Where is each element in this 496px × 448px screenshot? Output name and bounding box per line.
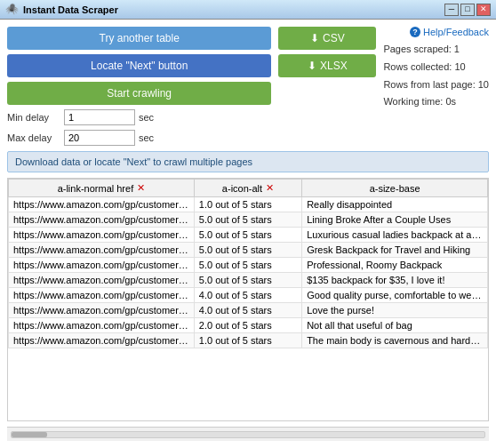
xlsx-label: XLSX: [320, 60, 348, 72]
table-row: https://www.amazon.com/gp/customer-revie…: [9, 212, 488, 228]
table-cell: 5.0 out of 5 stars: [194, 212, 301, 228]
download-csv-icon: ⬇: [310, 32, 319, 44]
table-cell: The main body is cavernous and hard to s…: [302, 333, 488, 348]
maximize-button[interactable]: □: [460, 4, 475, 16]
title-bar: 🕷️ Instant Data Scraper ─ □ ✕: [0, 0, 496, 20]
table-cell: Really disappointed: [302, 197, 488, 212]
col-size-label: a-size-base: [370, 183, 420, 194]
table-cell: https://www.amazon.com/gp/customer-revie…: [9, 258, 195, 273]
table-row: https://www.amazon.com/gp/customer-revie…: [9, 318, 488, 333]
table-cell: 1.0 out of 5 stars: [194, 197, 301, 212]
help-icon: ?: [410, 27, 420, 37]
table-cell: https://www.amazon.com/gp/customer-revie…: [9, 303, 195, 318]
table-cell: https://www.amazon.com/gp/customer-revie…: [9, 228, 195, 243]
table-body: https://www.amazon.com/gp/customer-revie…: [9, 197, 488, 348]
max-delay-input[interactable]: [64, 130, 135, 146]
table-row: https://www.amazon.com/gp/customer-revie…: [9, 288, 488, 303]
csv-label: CSV: [323, 32, 345, 44]
col-href-label: a-link-normal href: [58, 183, 134, 194]
data-table-container[interactable]: a-link-normal href ✕ a-icon-alt ✕ a-size…: [7, 178, 489, 421]
data-table: a-link-normal href ✕ a-icon-alt ✕ a-size…: [8, 179, 488, 348]
help-text: Help/Feedback: [423, 27, 489, 37]
table-row: https://www.amazon.com/gp/customer-revie…: [9, 243, 488, 258]
right-panel: ? Help/Feedback Pages scraped: 1 Rows co…: [383, 27, 489, 111]
table-cell: 5.0 out of 5 stars: [194, 273, 301, 288]
max-delay-label: Max delay: [7, 132, 60, 143]
table-cell: 2.0 out of 5 stars: [194, 318, 301, 333]
help-link[interactable]: ? Help/Feedback: [410, 27, 489, 37]
scrollbar-thumb[interactable]: [12, 432, 47, 437]
table-cell: Love the purse!: [302, 303, 488, 318]
info-bar: Download data or locate "Next" to crawl …: [7, 151, 489, 172]
center-controls: ⬇ CSV ⬇ XLSX: [278, 27, 376, 77]
table-cell: 4.0 out of 5 stars: [194, 303, 301, 318]
locate-next-button[interactable]: Locate "Next" button: [7, 54, 271, 77]
col-alt-remove[interactable]: ✕: [266, 182, 274, 194]
table-cell: Luxurious casual ladies backpack at a st…: [302, 228, 488, 243]
table-row: https://www.amazon.com/gp/customer-revie…: [9, 303, 488, 318]
col-header-size: a-size-base: [302, 180, 488, 197]
min-delay-row: Min delay sec: [7, 109, 271, 125]
main-content: Try another table Locate "Next" button S…: [0, 20, 496, 448]
table-cell: Gresk Backpack for Travel and Hiking: [302, 243, 488, 258]
rows-collected: Rows collected: 10: [383, 59, 489, 76]
stats-panel: Pages scraped: 1 Rows collected: 10 Rows…: [383, 41, 489, 111]
table-row: https://www.amazon.com/gp/customer-revie…: [9, 273, 488, 288]
table-row: https://www.amazon.com/gp/customer-revie…: [9, 228, 488, 243]
xlsx-button[interactable]: ⬇ XLSX: [278, 54, 376, 77]
table-row: https://www.amazon.com/gp/customer-revie…: [9, 197, 488, 212]
pages-scraped: Pages scraped: 1: [383, 41, 489, 59]
col-header-href: a-link-normal href ✕: [9, 180, 195, 197]
table-cell: Professional, Roomy Backpack: [302, 258, 488, 273]
start-crawling-button[interactable]: Start crawling: [7, 82, 271, 105]
col-alt-label: a-icon-alt: [222, 183, 262, 194]
horizontal-scrollbar[interactable]: [7, 427, 489, 441]
table-row: https://www.amazon.com/gp/customer-revie…: [9, 258, 488, 273]
table-cell: 1.0 out of 5 stars: [194, 333, 301, 348]
app-icon: 🕷️: [5, 3, 20, 17]
table-cell: https://www.amazon.com/gp/customer-revie…: [9, 288, 195, 303]
table-cell: 4.0 out of 5 stars: [194, 288, 301, 303]
table-header: a-link-normal href ✕ a-icon-alt ✕ a-size…: [9, 180, 488, 197]
minimize-button[interactable]: ─: [444, 4, 459, 16]
max-delay-row: Max delay sec: [7, 130, 271, 146]
table-cell: https://www.amazon.com/gp/customer-revie…: [9, 212, 195, 228]
min-delay-input[interactable]: [64, 109, 135, 125]
table-cell: https://www.amazon.com/gp/customer-revie…: [9, 243, 195, 258]
col-header-alt: a-icon-alt ✕: [194, 180, 301, 197]
min-delay-label: Min delay: [7, 112, 60, 123]
csv-button[interactable]: ⬇ CSV: [278, 27, 376, 50]
table-cell: $135 backpack for $35, I love it!: [302, 273, 488, 288]
download-xlsx-icon: ⬇: [308, 60, 316, 72]
table-cell: https://www.amazon.com/gp/customer-revie…: [9, 318, 195, 333]
working-time: Working time: 0s: [383, 93, 489, 111]
table-cell: https://www.amazon.com/gp/customer-revie…: [9, 197, 195, 212]
scrollbar-track[interactable]: [11, 431, 485, 438]
table-cell: https://www.amazon.com/gp/customer-revie…: [9, 273, 195, 288]
table-cell: Not all that useful of bag: [302, 318, 488, 333]
min-delay-unit: sec: [139, 112, 154, 123]
window-title: Instant Data Scraper: [23, 4, 444, 15]
table-row: https://www.amazon.com/gp/customer-revie…: [9, 333, 488, 348]
table-cell: 5.0 out of 5 stars: [194, 228, 301, 243]
left-controls: Try another table Locate "Next" button S…: [7, 27, 271, 146]
table-cell: 5.0 out of 5 stars: [194, 258, 301, 273]
col-href-remove[interactable]: ✕: [137, 182, 145, 194]
table-cell: Lining Broke After a Couple Uses: [302, 212, 488, 228]
try-another-button[interactable]: Try another table: [7, 27, 271, 50]
table-cell: 5.0 out of 5 stars: [194, 243, 301, 258]
window-controls: ─ □ ✕: [444, 4, 491, 16]
max-delay-unit: sec: [139, 132, 154, 143]
rows-from-last: Rows from last page: 10: [383, 76, 489, 94]
top-row: Try another table Locate "Next" button S…: [7, 27, 489, 146]
table-cell: Good quality purse, comfortable to wear,…: [302, 288, 488, 303]
close-button[interactable]: ✕: [476, 4, 491, 16]
table-cell: https://www.amazon.com/gp/customer-revie…: [9, 333, 195, 348]
